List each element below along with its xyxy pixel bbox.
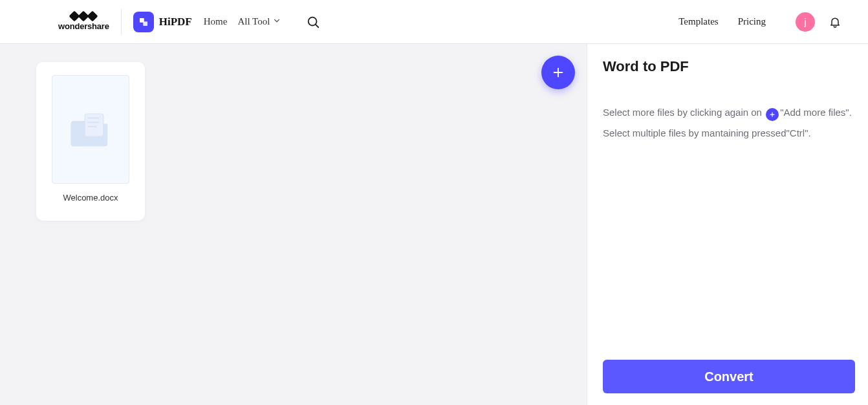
inline-plus-icon [766,108,779,121]
help-text-line1-suffix: "Add more files". [780,107,852,118]
hipdf-brand-text: HiPDF [159,16,192,28]
chevron-down-icon [272,16,281,28]
avatar[interactable]: j [796,12,815,32]
svg-line-3 [316,25,318,27]
hipdf-brand[interactable]: HiPDF [133,12,192,32]
header-bar: wondershare HiPDF Home All Tool Template… [0,0,868,44]
body: Welcome.docx Word to PDF Select more fil… [0,44,868,405]
file-card[interactable]: Welcome.docx [36,62,145,221]
wondershare-logo[interactable]: wondershare [58,9,122,35]
search-icon[interactable] [306,15,320,29]
hipdf-logo-icon [133,12,154,32]
folder-document-icon [68,107,113,152]
help-text-line1-prefix: Select more files by clicking again on [603,107,765,118]
convert-button[interactable]: Convert [603,360,855,393]
nav-all-tool[interactable]: All Tool [237,16,281,28]
file-thumbnail [52,75,129,184]
main-workspace: Welcome.docx [0,44,587,405]
nav-templates[interactable]: Templates [678,16,718,27]
side-panel: Word to PDF Select more files by clickin… [587,44,868,405]
help-text-line2: Select multiple files by mantaining pres… [603,127,811,138]
help-text: Select more files by clicking again on "… [603,102,855,143]
add-file-button[interactable] [541,56,575,89]
svg-rect-1 [143,21,147,26]
nav-pricing[interactable]: Pricing [738,16,766,27]
bell-icon[interactable] [828,15,842,29]
nav-all-tool-label: All Tool [237,16,270,27]
wondershare-logo-icon [71,12,96,20]
file-name: Welcome.docx [63,193,118,202]
svg-rect-4 [85,114,103,137]
wondershare-logo-text: wondershare [58,21,109,31]
nav-home[interactable]: Home [204,16,228,27]
panel-title: Word to PDF [603,58,855,75]
plus-icon [551,65,565,80]
